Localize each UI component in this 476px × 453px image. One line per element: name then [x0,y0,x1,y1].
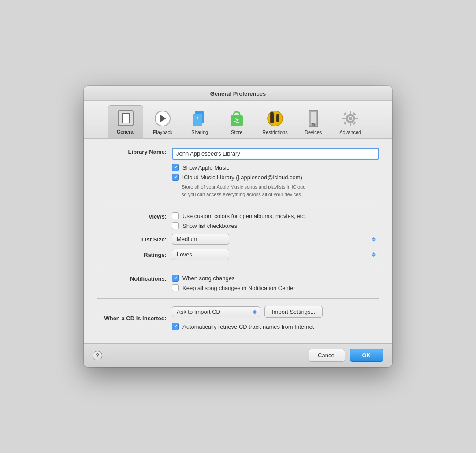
bottom-bar: ? Cancel OK [84,343,392,367]
ratings-select-wrap: Stars Loves [172,249,379,260]
cd-select-wrap: Ask to Import CD Import CD Import CD and… [172,306,260,317]
divider-1 [97,205,379,205]
advanced-icon [342,110,359,127]
icloud-label: iCloud Music Library (j.appleseed@icloud… [182,174,302,181]
store-icon: 🛍 [228,110,245,127]
svg-rect-17 [350,111,351,114]
cd-label: When a CD is inserted: [97,314,172,322]
svg-point-13 [312,123,315,126]
list-size-row: List Size: Small Medium Large [97,234,379,245]
ratings-arrow [372,252,376,257]
cd-select[interactable]: Ask to Import CD Import CD Import CD and… [172,306,260,317]
import-settings-button[interactable]: Import Settings... [264,306,323,318]
tab-sharing-label: Sharing [191,130,208,135]
tab-restrictions-label: Restrictions [262,130,287,135]
svg-point-9 [276,114,279,116]
custom-colors-label: Use custom colors for open albums, movie… [182,213,306,219]
list-size-select[interactable]: Small Medium Large [172,234,229,245]
tab-playback-label: Playback [153,130,173,135]
icloud-checkbox[interactable] [172,174,179,181]
svg-rect-18 [350,123,351,126]
list-size-select-wrap: Small Medium Large [172,234,379,245]
auto-retrieve-checkbox[interactable] [172,323,179,330]
keep-notifications-row: Keep all song changes in Notification Ce… [172,284,379,291]
svg-rect-6 [270,115,274,123]
list-size-label: List Size: [97,235,172,243]
svg-point-7 [270,112,274,115]
sharing-icon: ♪ [191,110,208,127]
tab-devices-label: Devices [305,130,322,135]
cancel-button[interactable]: Cancel [309,349,345,362]
svg-rect-12 [311,112,316,123]
library-name-label: Library Name: [97,148,172,155]
ratings-select[interactable]: Stars Loves [172,249,229,260]
tab-sharing[interactable]: ♪ Sharing [182,106,217,138]
tab-playback[interactable]: Playback [145,106,180,138]
notifications-label: Notifications: [97,275,172,282]
help-button[interactable]: ? [93,351,102,360]
show-checkboxes-row: Show list checkboxes [172,222,379,229]
views-label: Views: [97,212,172,220]
general-icon [117,109,134,127]
auto-retrieve-row: Automatically retrieve CD track names fr… [172,323,379,330]
notifications-row: Notifications: When song changes Keep al… [97,275,379,291]
svg-rect-21 [343,112,347,116]
custom-colors-row: Use custom colors for open albums, movie… [172,212,379,219]
ok-button[interactable]: OK [350,349,384,362]
svg-rect-14 [312,111,315,111]
preferences-window: General Preferences General Playback ♪ [84,86,392,367]
tab-store[interactable]: 🛍 Store [219,106,254,138]
svg-text:♪: ♪ [196,115,199,121]
auto-retrieve-label: Automatically retrieve CD track names fr… [182,323,314,330]
show-apple-music-checkbox[interactable] [172,164,179,171]
tab-restrictions[interactable]: Restrictions [256,106,294,138]
toolbar: General Playback ♪ Sharing [84,101,392,139]
ratings-row: Ratings: Stars Loves [97,249,379,260]
restrictions-icon [266,110,284,127]
show-apple-music-row: Show Apple Music [172,164,379,171]
svg-text:🛍: 🛍 [234,117,240,124]
title-bar: General Preferences [84,86,392,101]
keep-notifications-checkbox[interactable] [172,284,179,291]
show-apple-music-label: Show Apple Music [182,164,229,171]
tab-general-label: General [117,129,135,134]
icloud-help-text: Store all of your Apple Music songs and … [182,183,379,198]
library-name-content [172,148,379,160]
library-name-input[interactable] [172,148,379,160]
tab-advanced-label: Advanced [339,130,361,135]
divider-2 [97,267,379,267]
keep-notifications-label: Keep all song changes in Notification Ce… [182,285,295,291]
views-row: Views: Use custom colors for open albums… [97,212,379,229]
devices-icon [305,110,322,127]
divider-3 [97,298,379,299]
window-title: General Preferences [84,90,392,97]
tab-store-label: Store [231,130,242,135]
custom-colors-checkbox[interactable] [172,212,179,219]
list-size-arrow [372,236,376,242]
svg-rect-24 [343,122,347,125]
action-buttons: Cancel OK [309,349,383,362]
icloud-row: iCloud Music Library (j.appleseed@icloud… [172,174,379,181]
playback-icon [154,110,171,127]
song-changes-label: When song changes [182,275,235,282]
show-checkboxes-checkbox[interactable] [172,222,179,229]
svg-point-5 [268,111,283,126]
ratings-label: Ratings: [97,251,172,258]
apple-music-row: Show Apple Music iCloud Music Library (j… [97,164,379,198]
svg-rect-20 [355,118,358,119]
show-checkboxes-label: Show list checkboxes [182,223,237,229]
svg-rect-19 [342,118,346,119]
svg-rect-8 [276,116,279,122]
tab-general[interactable]: General [108,105,143,138]
tab-advanced[interactable]: Advanced [333,106,368,138]
cd-controls: Ask to Import CD Import CD Import CD and… [172,306,379,318]
cd-row: When a CD is inserted: Ask to Import CD … [97,306,379,330]
tab-devices[interactable]: Devices [296,106,331,138]
content-area: Library Name: Show Apple Music iCloud Mu… [84,139,392,343]
song-changes-checkbox[interactable] [172,275,179,282]
svg-point-16 [349,117,352,120]
library-name-row: Library Name: [97,148,379,160]
song-changes-row: When song changes [172,275,379,282]
